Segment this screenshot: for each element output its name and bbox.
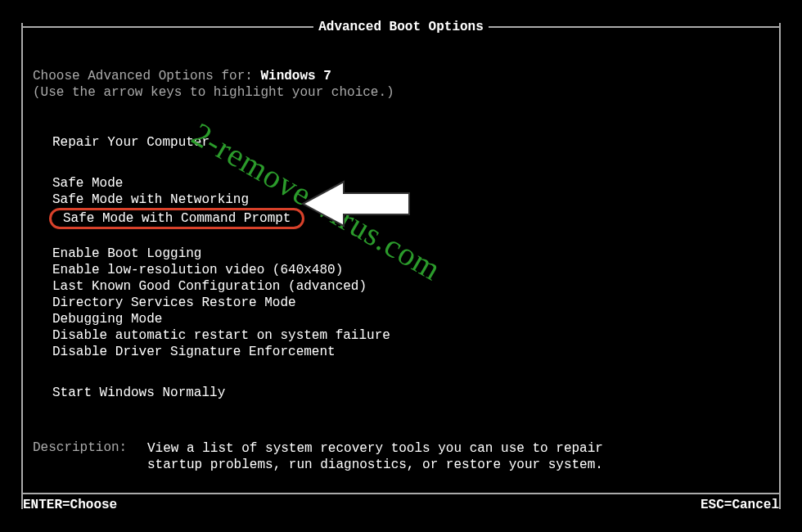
option-disable-driver-signature-enforcement[interactable]: Disable Driver Signature Enforcement — [49, 344, 339, 360]
option-enable-boot-logging[interactable]: Enable Boot Logging — [49, 246, 205, 262]
option-repair[interactable]: Repair Your Computer — [49, 134, 213, 151]
screen-frame: Choose Advanced Options for: Windows 7 (… — [21, 23, 781, 509]
option-directory-services-restore-mode[interactable]: Directory Services Restore Mode — [49, 295, 300, 311]
highlight-ring: Safe Mode with Command Prompt — [49, 208, 304, 229]
option-safe-mode[interactable]: Safe Mode — [49, 175, 126, 192]
os-name: Windows 7 — [260, 69, 331, 83]
option-safe-mode-with-networking[interactable]: Safe Mode with Networking — [49, 192, 252, 208]
choose-line: Choose Advanced Options for: Windows 7 — [33, 69, 769, 83]
footer: ENTER=Choose ESC=Cancel — [21, 493, 781, 512]
choose-prefix: Choose Advanced Options for: — [33, 69, 260, 83]
option-enable-low-resolution-video-640x480-[interactable]: Enable low-resolution video (640x480) — [49, 262, 346, 278]
description-text: View a list of system recovery tools you… — [147, 440, 606, 473]
option-debugging-mode[interactable]: Debugging Mode — [49, 311, 165, 327]
footer-enter: ENTER=Choose — [23, 498, 117, 512]
description-label: Description: — [33, 440, 131, 473]
description-block: Description: View a list of system recov… — [33, 440, 769, 473]
option-safe-mode-with-command-prompt[interactable]: Safe Mode with Command Prompt — [60, 210, 294, 227]
option-start-normally[interactable]: Start Windows Normally — [49, 385, 228, 401]
option-disable-automatic-restart-on-system-failure[interactable]: Disable automatic restart on system fail… — [49, 327, 394, 344]
hint-text: (Use the arrow keys to highlight your ch… — [33, 85, 769, 100]
option-last-known-good-configuration-advanced-[interactable]: Last Known Good Configuration (advanced) — [49, 278, 370, 295]
footer-esc: ESC=Cancel — [701, 498, 779, 512]
